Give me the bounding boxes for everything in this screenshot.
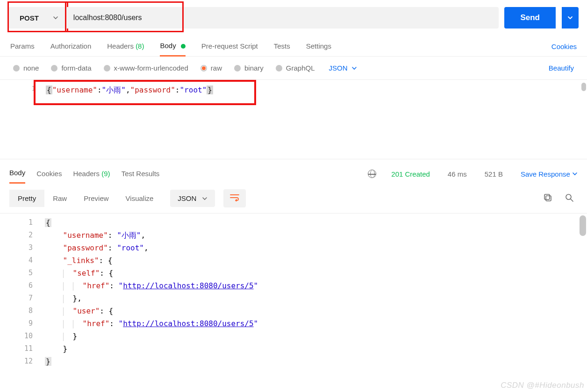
svg-rect-1: [544, 194, 550, 200]
search-icon[interactable]: [561, 189, 578, 207]
response-tabs: Body Cookies Headers (9) Test Results 20…: [0, 159, 587, 184]
svg-point-2: [566, 194, 571, 200]
response-format-dropdown[interactable]: JSON: [170, 190, 215, 207]
body-type-raw[interactable]: raw: [200, 64, 222, 72]
response-code: { "username": "小雨", "password": "root", …: [45, 214, 587, 368]
tab-headers[interactable]: Headers (8): [107, 37, 144, 56]
view-mode-preview[interactable]: Preview: [75, 190, 117, 207]
line-gutter: 1: [0, 85, 40, 92]
resp-headers-count: (9): [101, 170, 110, 178]
copy-icon[interactable]: [539, 189, 556, 207]
body-type-form-data[interactable]: form-data: [51, 64, 91, 72]
tab-body-label: Body: [160, 42, 176, 50]
response-body-editor[interactable]: 123456789101112 { "username": "小雨", "pas…: [0, 214, 587, 368]
chevron-down-icon: [572, 171, 578, 177]
chevron-down-icon: [50, 15, 64, 21]
tab-headers-label: Headers: [107, 42, 134, 50]
svg-rect-0: [546, 196, 551, 201]
body-type-graphql[interactable]: GraphQL: [276, 64, 315, 72]
response-size: 521 B: [485, 170, 503, 178]
http-method-dropdown[interactable]: POST: [8, 7, 64, 29]
view-mode-raw[interactable]: Raw: [44, 190, 75, 207]
request-url-bar: POST Send: [0, 0, 587, 34]
send-button[interactable]: Send: [504, 7, 556, 29]
url-input-container: [64, 7, 499, 29]
view-mode-visualize[interactable]: Visualize: [117, 190, 162, 207]
tab-settings[interactable]: Settings: [306, 37, 331, 56]
chevron-down-icon: [567, 15, 573, 21]
line-gutter: 123456789101112: [0, 216, 37, 368]
chevron-down-icon: [351, 65, 357, 71]
headers-count: (8): [136, 42, 144, 50]
request-body-editor[interactable]: 1 {"username":"小雨","password":"root"}: [0, 79, 587, 159]
resp-tab-cookies[interactable]: Cookies: [36, 165, 62, 183]
http-method-label: POST: [8, 7, 50, 29]
code-line: {"username":"小雨","password":"root"}: [46, 80, 587, 96]
save-response-dropdown[interactable]: Save Response: [521, 170, 578, 178]
globe-icon[interactable]: [368, 170, 376, 178]
scrollbar-thumb[interactable]: [581, 83, 586, 91]
raw-format-dropdown[interactable]: JSON: [329, 64, 357, 72]
url-input[interactable]: [64, 7, 499, 29]
modified-dot-icon: [181, 44, 186, 49]
chevron-down-icon: [202, 196, 208, 201]
body-type-binary[interactable]: binary: [234, 64, 264, 72]
tab-authorization[interactable]: Authorization: [50, 37, 92, 56]
tab-tests[interactable]: Tests: [274, 37, 290, 56]
cookies-link[interactable]: Cookies: [551, 43, 577, 50]
tab-body[interactable]: Body: [160, 37, 185, 57]
view-mode-segment: Pretty Raw Preview Visualize: [9, 190, 162, 207]
resp-tab-headers[interactable]: Headers (9): [73, 165, 110, 183]
resp-tab-test-results[interactable]: Test Results: [122, 165, 160, 183]
resp-tab-body[interactable]: Body: [9, 164, 25, 184]
tab-prerequest-script[interactable]: Pre-request Script: [201, 37, 258, 56]
body-type-none[interactable]: none: [13, 64, 39, 72]
beautify-link[interactable]: Beautify: [549, 64, 574, 72]
body-type-xform[interactable]: x-www-form-urlencoded: [104, 64, 188, 72]
response-view-row: Pretty Raw Preview Visualize JSON: [0, 184, 587, 214]
tab-params[interactable]: Params: [10, 37, 35, 56]
response-status: 201 Created: [391, 170, 430, 178]
scrollbar-thumb[interactable]: [580, 215, 586, 236]
view-mode-pretty[interactable]: Pretty: [9, 190, 44, 207]
wrap-lines-button[interactable]: [223, 189, 246, 207]
send-dropdown-button[interactable]: [562, 7, 579, 29]
body-type-row: none form-data x-www-form-urlencoded raw…: [0, 57, 587, 79]
request-tabs: Params Authorization Headers (8) Body Pr…: [0, 34, 587, 57]
response-time: 46 ms: [448, 170, 467, 178]
watermark-text: CSDN @#Hideonbush: [501, 381, 584, 390]
